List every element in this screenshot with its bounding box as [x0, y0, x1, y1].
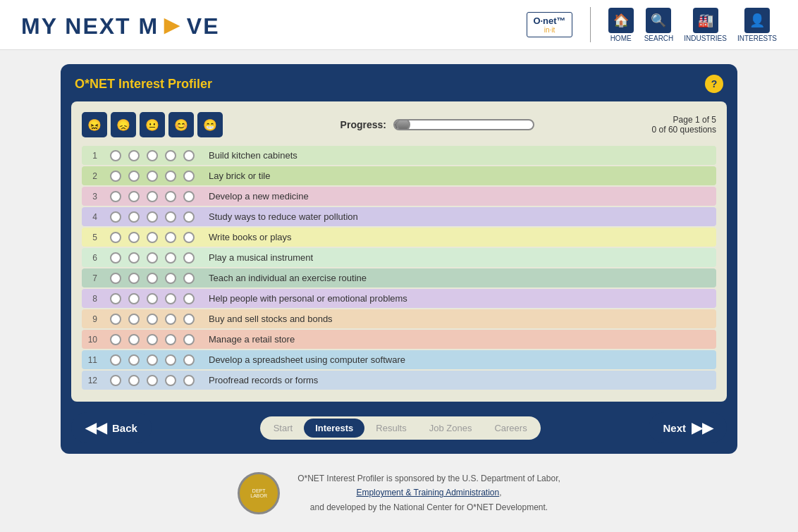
radio-3-2[interactable] — [128, 191, 140, 202]
radio-5-1[interactable] — [110, 232, 121, 243]
question-number-7: 7 — [82, 273, 103, 283]
interests-icon: 👤 — [744, 8, 770, 33]
radio-group-6 — [103, 249, 202, 267]
question-text-12: Proofread records or forms — [202, 371, 716, 390]
radio-7-4[interactable] — [165, 273, 176, 284]
radio-2-5[interactable] — [183, 171, 195, 182]
radio-11-4[interactable] — [165, 354, 176, 366]
radio-1-3[interactable] — [147, 150, 158, 161]
radio-8-1[interactable] — [110, 293, 121, 304]
sponsor-link[interactable]: Employment & Training Administration — [356, 488, 499, 497]
question-text-7: Teach an individual an exercise routine — [202, 268, 716, 287]
question-text-1: Build kitchen cabinets — [202, 146, 716, 165]
radio-4-2[interactable] — [128, 211, 140, 223]
divider — [590, 7, 591, 42]
radio-6-2[interactable] — [128, 252, 140, 264]
emoji-4[interactable]: 😊 — [168, 112, 194, 137]
radio-4-1[interactable] — [110, 211, 121, 223]
radio-group-4 — [103, 208, 202, 226]
radio-8-5[interactable] — [183, 293, 195, 304]
radio-9-2[interactable] — [128, 314, 140, 325]
radio-5-5[interactable] — [183, 232, 195, 243]
radio-12-4[interactable] — [165, 375, 176, 386]
radio-11-5[interactable] — [183, 354, 195, 366]
radio-10-1[interactable] — [110, 334, 121, 345]
nav-bar: ◀◀ Back Start Interests Results Job Zone… — [71, 412, 727, 443]
question-row-10: 10Manage a retail store — [82, 330, 716, 349]
radio-11-3[interactable] — [147, 354, 158, 366]
emoji-2[interactable]: 😞 — [111, 112, 136, 137]
radio-9-5[interactable] — [183, 314, 195, 325]
question-number-2: 2 — [82, 171, 103, 181]
question-row-4: 4Study ways to reduce water pollution — [82, 207, 716, 226]
step-start[interactable]: Start — [262, 419, 304, 438]
radio-5-3[interactable] — [147, 232, 158, 243]
next-button[interactable]: Next ▶▶ — [649, 412, 727, 443]
radio-7-2[interactable] — [128, 273, 140, 284]
radio-group-5 — [103, 228, 202, 247]
radio-11-2[interactable] — [128, 354, 140, 366]
radio-3-1[interactable] — [110, 191, 121, 202]
nav-interests[interactable]: 👤 INTERESTS — [737, 8, 777, 42]
radio-9-1[interactable] — [110, 314, 121, 325]
onet-subtitle: in·it — [544, 26, 555, 34]
step-results: Results — [364, 419, 417, 438]
radio-11-1[interactable] — [110, 354, 121, 366]
emoji-5[interactable]: 😁 — [197, 112, 223, 137]
radio-6-4[interactable] — [165, 252, 176, 264]
radio-4-3[interactable] — [147, 211, 158, 223]
radio-1-1[interactable] — [110, 150, 121, 161]
question-text-2: Lay brick or tile — [202, 166, 716, 185]
nav-industries[interactable]: 🏭 INDUSTRIES — [684, 8, 727, 42]
question-number-6: 6 — [82, 253, 103, 263]
radio-3-5[interactable] — [183, 191, 195, 202]
radio-10-4[interactable] — [165, 334, 176, 345]
radio-1-2[interactable] — [128, 150, 140, 161]
question-number-5: 5 — [82, 233, 103, 242]
radio-1-4[interactable] — [165, 150, 176, 161]
radio-6-3[interactable] — [147, 252, 158, 264]
nav-search[interactable]: 🔍 SEARCH — [644, 8, 674, 42]
radio-8-2[interactable] — [128, 293, 140, 304]
radio-2-2[interactable] — [128, 171, 140, 182]
nav-home[interactable]: 🏠 HOME — [608, 8, 634, 42]
radio-12-1[interactable] — [110, 375, 121, 386]
radio-5-4[interactable] — [165, 232, 176, 243]
radio-8-3[interactable] — [147, 293, 158, 304]
radio-10-2[interactable] — [128, 334, 140, 345]
radio-2-3[interactable] — [147, 171, 158, 182]
radio-1-5[interactable] — [183, 150, 195, 161]
radio-7-5[interactable] — [183, 273, 195, 284]
radio-7-3[interactable] — [147, 273, 158, 284]
radio-9-4[interactable] — [165, 314, 176, 325]
radio-5-2[interactable] — [128, 232, 140, 243]
radio-6-1[interactable] — [110, 252, 121, 264]
dept-labor-seal: DEPTLABOR — [238, 472, 280, 514]
radio-12-3[interactable] — [147, 375, 158, 386]
back-button[interactable]: ◀◀ Back — [71, 412, 152, 443]
radio-12-2[interactable] — [128, 375, 140, 386]
radio-7-1[interactable] — [110, 273, 121, 284]
emoji-row: 😖 😞 😐 😊 😁 — [82, 112, 223, 137]
radio-6-5[interactable] — [183, 252, 195, 264]
step-interests[interactable]: Interests — [304, 419, 364, 438]
question-row-12: 12Proofread records or forms — [82, 371, 716, 390]
profiler-title: O*NET Interest Profiler — [75, 77, 212, 92]
emoji-1[interactable]: 😖 — [82, 112, 107, 137]
radio-4-4[interactable] — [165, 211, 176, 223]
radio-4-5[interactable] — [183, 211, 195, 223]
radio-10-3[interactable] — [147, 334, 158, 345]
radio-3-3[interactable] — [147, 191, 158, 202]
help-button[interactable]: ? — [705, 75, 723, 93]
logo-text: MY NEXT M►VE — [21, 10, 220, 40]
radio-8-4[interactable] — [165, 293, 176, 304]
home-icon: 🏠 — [608, 8, 634, 33]
radio-9-3[interactable] — [147, 314, 158, 325]
radio-2-4[interactable] — [165, 171, 176, 182]
radio-10-5[interactable] — [183, 334, 195, 345]
radio-12-5[interactable] — [183, 375, 195, 386]
emoji-3[interactable]: 😐 — [140, 112, 165, 137]
question-text-11: Develop a spreadsheet using computer sof… — [202, 350, 716, 369]
radio-2-1[interactable] — [110, 171, 121, 182]
radio-3-4[interactable] — [165, 191, 176, 202]
